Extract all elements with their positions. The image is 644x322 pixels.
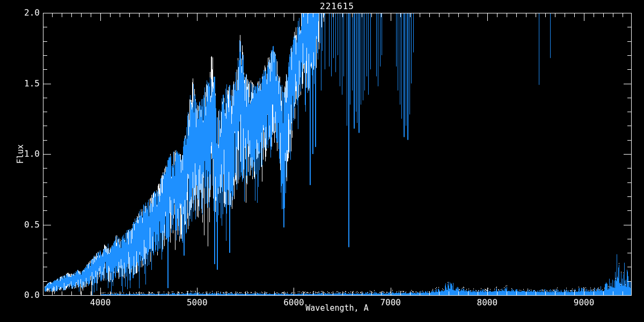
spectrum-figure: 221615 Wavelength, A Flux <box>0 0 644 322</box>
spectrum-plot-canvas <box>0 0 644 322</box>
